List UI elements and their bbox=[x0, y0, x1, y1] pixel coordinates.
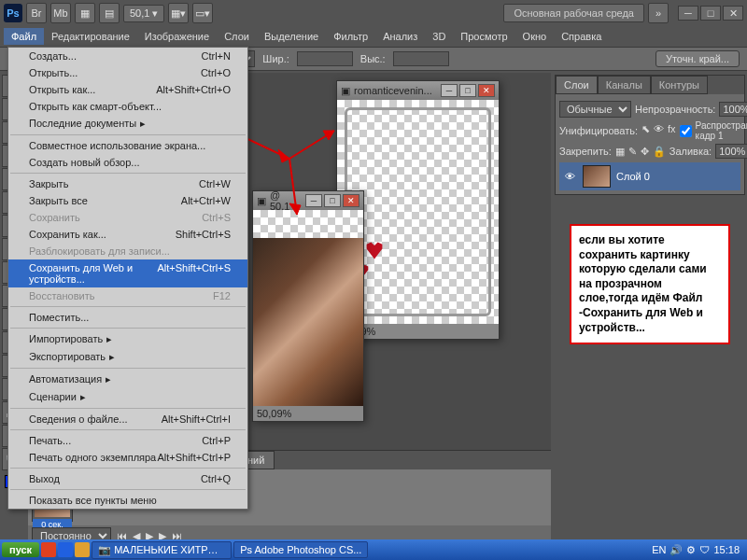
doc-min-icon[interactable]: ─ bbox=[441, 84, 458, 97]
menubar: Файл Редактирование Изображение Слои Выд… bbox=[0, 26, 747, 47]
tray-icon[interactable]: ⚙ bbox=[686, 544, 696, 556]
menu-item-new[interactable]: Создать...Ctrl+N bbox=[8, 48, 247, 64]
zoom-dropdown[interactable]: 50,1 ▾ bbox=[123, 5, 164, 22]
ql-folder-icon[interactable] bbox=[75, 542, 90, 557]
workspace-button[interactable]: Основная рабочая среда bbox=[503, 4, 644, 22]
start-button[interactable]: пуск bbox=[2, 542, 39, 557]
menu-item-printone[interactable]: Печать одного экземпляраAlt+Shift+Ctrl+P bbox=[8, 449, 247, 466]
menu-3d[interactable]: 3D bbox=[425, 28, 453, 45]
svg-marker-5 bbox=[289, 203, 301, 215]
menu-item-showall[interactable]: Показать все пункты меню bbox=[8, 492, 247, 509]
maximize-icon[interactable]: □ bbox=[700, 6, 721, 21]
menu-item-review[interactable]: Создать новый обзор... bbox=[8, 154, 247, 171]
tray-icon[interactable]: 🛡 bbox=[699, 544, 710, 555]
layer-row[interactable]: 👁 Слой 0 bbox=[559, 162, 740, 190]
menu-item-scripts[interactable]: Сценарии bbox=[8, 388, 247, 406]
arrange-icon[interactable]: ▦▾ bbox=[168, 3, 189, 23]
tab-paths[interactable]: Контуры bbox=[651, 76, 708, 94]
visibility-icon[interactable]: 👁 bbox=[562, 171, 577, 182]
file-menu-dropdown: Создать...Ctrl+NОткрыть...Ctrl+OОткрыть … bbox=[7, 47, 248, 510]
menu-window[interactable]: Окно bbox=[515, 28, 555, 45]
ps-logo-icon: Ps bbox=[4, 4, 22, 22]
fill-value[interactable]: 100% bbox=[715, 144, 747, 159]
menu-help[interactable]: Справка bbox=[554, 28, 609, 45]
fill-label: Заливка: bbox=[669, 146, 712, 157]
menu-item-closeall[interactable]: Закрыть всеAlt+Ctrl+W bbox=[8, 192, 247, 209]
minimize-icon[interactable]: ─ bbox=[678, 6, 698, 21]
doc-title-text: romanticevenin... bbox=[354, 85, 432, 96]
ql-ie-icon[interactable] bbox=[58, 542, 73, 557]
propagate-label: Распространить кадр 1 bbox=[696, 120, 747, 141]
menu-item-export[interactable]: Экспортировать bbox=[8, 348, 247, 366]
menu-item-close[interactable]: ЗакрытьCtrl+W bbox=[8, 175, 247, 192]
menu-view[interactable]: Просмотр bbox=[453, 28, 514, 45]
svg-marker-1 bbox=[278, 149, 289, 162]
lock-trans-icon[interactable]: ▦ bbox=[615, 146, 625, 158]
menu-analysis[interactable]: Анализ bbox=[375, 28, 425, 45]
layer-name[interactable]: Слой 0 bbox=[616, 171, 650, 182]
lock-all-icon[interactable]: 🔒 bbox=[653, 146, 666, 158]
menu-layer[interactable]: Слои bbox=[217, 28, 257, 45]
view-grid-icon[interactable]: ▤ bbox=[99, 3, 120, 23]
menu-filter[interactable]: Фильтр bbox=[326, 28, 375, 45]
refine-edge-button[interactable]: Уточн. край... bbox=[655, 50, 740, 67]
lang-indicator[interactable]: EN bbox=[652, 544, 666, 555]
menu-item-saveas[interactable]: Сохранить как...Shift+Ctrl+S bbox=[8, 226, 247, 243]
blend-mode-select[interactable]: Обычные bbox=[559, 101, 631, 118]
menu-item-save[interactable]: СохранитьCtrl+S bbox=[8, 209, 247, 226]
layer-thumbnail[interactable] bbox=[583, 165, 611, 188]
menu-file[interactable]: Файл bbox=[4, 28, 44, 45]
menu-item-exit[interactable]: ВыходCtrl+Q bbox=[8, 470, 247, 487]
doc-canvas[interactable] bbox=[253, 210, 363, 406]
menu-image[interactable]: Изображение bbox=[137, 28, 217, 45]
menu-item-smartobj[interactable]: Открыть как смарт-объект... bbox=[8, 98, 247, 115]
lock-paint-icon[interactable]: ✎ bbox=[628, 146, 637, 158]
menu-edit[interactable]: Редактирование bbox=[44, 28, 137, 45]
screen-mode-icon[interactable]: ▭▾ bbox=[192, 3, 213, 23]
menu-item-checkin[interactable]: Разблокировать для записи... bbox=[8, 243, 247, 259]
menu-item-place[interactable]: Поместить... bbox=[8, 309, 247, 326]
menu-item-auto[interactable]: Автоматизация bbox=[8, 371, 247, 388]
clock[interactable]: 15:18 bbox=[713, 544, 740, 555]
workspace-more-icon[interactable]: » bbox=[648, 3, 669, 23]
menu-item-import[interactable]: Импортировать bbox=[8, 330, 247, 348]
unify-label: Унифицировать: bbox=[559, 125, 638, 136]
lock-pos-icon[interactable]: ✥ bbox=[641, 146, 649, 158]
menu-select[interactable]: Выделение bbox=[257, 28, 326, 45]
taskbar-app[interactable]: Ps Adobe Photoshop CS... bbox=[233, 541, 368, 558]
tray-icon[interactable]: 🔊 bbox=[669, 544, 683, 556]
layers-panel: Слои Каналы Контуры Обычные Непрозрачнос… bbox=[555, 75, 745, 195]
window-controls: ─ □ ✕ bbox=[678, 6, 743, 21]
doc-close-icon[interactable]: ✕ bbox=[478, 84, 495, 97]
system-tray: EN 🔊 ⚙ 🛡 15:18 bbox=[646, 544, 745, 556]
doc-status: 50,09% bbox=[253, 406, 363, 421]
menu-item-share[interactable]: Совместное использование экрана... bbox=[8, 137, 247, 154]
bridge-icon[interactable]: Br bbox=[26, 3, 47, 23]
unify-vis-icon[interactable]: 👁 bbox=[654, 123, 664, 138]
menu-item-saveweb[interactable]: Сохранить для Web и устройств...Alt+Shif… bbox=[8, 259, 247, 287]
ql-opera-icon[interactable] bbox=[41, 542, 56, 557]
height-label: Выс.: bbox=[360, 53, 386, 64]
unify-pos-icon[interactable]: ⬉ bbox=[641, 123, 650, 138]
menu-item-open[interactable]: Открыть...Ctrl+O bbox=[8, 64, 247, 81]
menu-item-revert[interactable]: ВосстановитьF12 bbox=[8, 287, 247, 304]
taskbar-app[interactable]: 📷 МАЛЕНЬКИЕ ХИТРОС... bbox=[92, 541, 232, 559]
menu-item-openas[interactable]: Открыть как...Alt+Shift+Ctrl+O bbox=[8, 81, 247, 98]
doc-max-icon[interactable]: □ bbox=[459, 84, 476, 97]
unify-style-icon[interactable]: fx bbox=[668, 123, 676, 138]
windows-taskbar: пуск 📷 МАЛЕНЬКИЕ ХИТРОС... Ps Adobe Phot… bbox=[0, 539, 747, 560]
app-toolbar: Ps Br Mb ▦ ▤ 50,1 ▾ ▦▾ ▭▾ Основная рабоч… bbox=[0, 0, 747, 26]
view-extras-icon[interactable]: ▦ bbox=[75, 3, 95, 23]
mini-bridge-icon[interactable]: Mb bbox=[50, 3, 71, 23]
menu-item-recent[interactable]: Последние документы bbox=[8, 115, 247, 133]
menu-item-print[interactable]: Печать...Ctrl+P bbox=[8, 432, 247, 449]
menu-item-info[interactable]: Сведения о файле...Alt+Shift+Ctrl+I bbox=[8, 411, 247, 427]
close-icon[interactable]: ✕ bbox=[723, 6, 743, 21]
propagate-checkbox[interactable] bbox=[680, 125, 692, 137]
doc-titlebar[interactable]: ▣ romanticevenin... ─□✕ bbox=[337, 81, 499, 100]
photo-content bbox=[253, 238, 363, 406]
tab-layers[interactable]: Слои bbox=[556, 76, 598, 94]
tab-channels[interactable]: Каналы bbox=[598, 76, 651, 94]
opacity-value[interactable]: 100% bbox=[719, 102, 747, 117]
height-input[interactable] bbox=[393, 51, 449, 66]
